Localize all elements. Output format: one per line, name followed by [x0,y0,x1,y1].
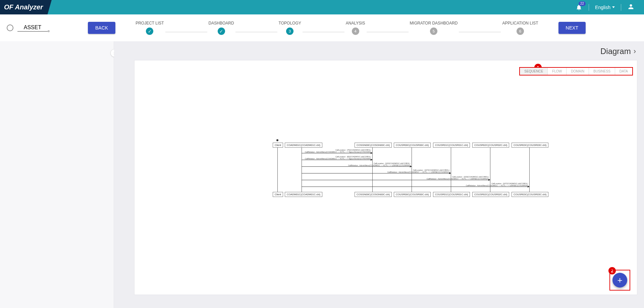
diagram-tabs: SEQUENCE FLOW DOMAIN BUSINESS DATA [519,67,633,75]
asset-field[interactable]: ASSET [17,24,48,32]
notification-badge: 22 [579,1,586,6]
sequence-lane: COSGN00C(COSGN00C.cbl) [355,192,392,197]
sequence-lane: Client [273,143,283,148]
sequence-arrow [302,180,490,180]
tab-data[interactable]: DATA [615,68,632,75]
sidebar: › [0,41,114,308]
sequence-lane: COADM01C(COADM01C.cbl) [285,192,322,197]
sequence-arrow [302,153,372,153]
dot-icon [48,30,50,32]
sequence-lane: COUSR00C(COUSR00C.cbl) [394,143,431,148]
sequence-lane: COUSR03C(COUSR03C.cbl) [512,192,548,197]
asset-label: ASSET [24,24,41,30]
stepper-bar: ASSET BACK PROJECT LIST ✓ DASHBOARD ✓ TO… [0,14,644,41]
sequence-lane: COUSR03C(COUSR03C.cbl) [512,143,548,148]
main-area: › Diagram › 1 SEQUENCE FLOW DOMAIN BUSIN… [0,41,644,308]
step-analysis[interactable]: ANALYSIS 4 [346,21,365,35]
sequence-diagram: ClientClientCOADM01C(COADM01C.cbl)COADM0… [273,143,568,206]
chevron-right-icon[interactable]: › [634,47,636,56]
user-menu[interactable] [627,3,635,12]
tab-flow[interactable]: FLOW [548,68,567,75]
lifeline [277,147,278,192]
diagram-panel: 1 SEQUENCE FLOW DOMAIN BUSINESS DATA Cli… [134,60,637,295]
add-button[interactable]: + [612,273,627,288]
plus-icon: + [617,275,622,286]
notifications-button[interactable]: 22 [575,4,583,11]
step-application-list[interactable]: APPLICATION LIST 6 [502,21,538,35]
sequence-lane: COUSR02C(COUSR02C.cbl) [472,143,509,148]
language-selector[interactable]: English [595,5,615,10]
tab-business[interactable]: BUSINESS [589,68,615,75]
fab-highlight: + [609,270,630,291]
check-icon: ✓ [219,29,223,34]
chevron-down-icon [612,6,615,8]
sequence-arrow [302,166,412,167]
sequence-arrow [302,187,529,187]
step-track: PROJECT LIST ✓ DASHBOARD ✓ TOPOLOGY 3 AN… [136,21,538,35]
divider [589,4,589,11]
sequence-lane: Client [273,192,283,197]
user-icon [627,3,635,10]
sequence-lane: COUSR00C(COUSR00C.cbl) [394,192,431,197]
sequence-lane: COUSR01C(COUSR01C.cbl) [433,192,470,197]
content-area: Diagram › 1 SEQUENCE FLOW DOMAIN BUSINES… [114,41,644,308]
sequence-lane: COADM01C(COADM01C.cbl) [285,143,322,148]
sequence-lane: COUSR02C(COUSR02C.cbl) [472,192,509,197]
step-dashboard[interactable]: DASHBOARD ✓ [209,21,234,35]
back-button[interactable]: BACK [88,22,115,34]
lifeline [451,147,451,192]
tab-domain[interactable]: DOMAIN [567,68,589,75]
tab-sequence[interactable]: SEQUENCE [520,68,548,75]
top-bar: OF Analyzer 22 English [0,0,644,14]
step-project-list[interactable]: PROJECT LIST ✓ [136,21,164,35]
check-icon: ✓ [148,29,152,34]
sequence-lane: COSGN00C(COSGN00C.cbl) [355,143,392,148]
app-logo: OF Analyzer [0,0,52,14]
sequence-arrow [302,173,451,173]
next-button[interactable]: NEXT [558,22,586,34]
asset-radio[interactable] [7,24,13,31]
language-label: English [595,5,610,10]
step-topology[interactable]: TOPOLOGY 3 [279,21,301,35]
page-title: Diagram [600,47,631,56]
divider [621,4,621,11]
sequence-lane: COUSR01C(COUSR01C.cbl) [433,143,470,148]
step-migrator-dashboard[interactable]: MIGRATOR DASHBOARD 5 [410,21,458,35]
lifeline [302,147,302,192]
sequence-arrow [302,160,372,160]
logo-text: OF Analyzer [4,3,43,11]
lifeline [412,147,412,192]
